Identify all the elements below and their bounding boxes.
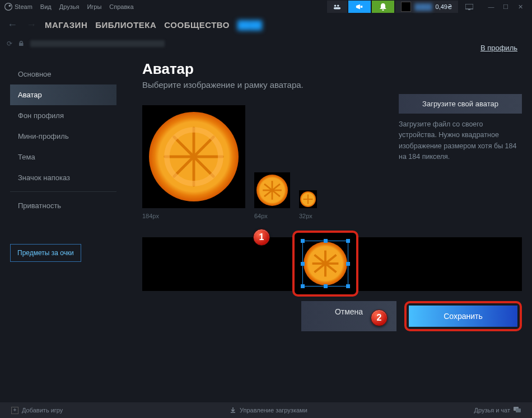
svg-point-2 (334, 5, 337, 7)
orange-segments-icon (149, 112, 239, 201)
sidebar-item-theme[interactable]: Тема (10, 147, 116, 167)
annotation-badge-1: 1 (253, 229, 270, 246)
avatar-image-184 (149, 112, 239, 201)
download-icon (230, 407, 236, 414)
avatar-image-32 (300, 191, 316, 207)
notifications-button[interactable] (372, 1, 394, 13)
svg-rect-37 (516, 408, 521, 412)
preview-32 (299, 190, 317, 208)
add-game-button[interactable]: + Добавить игру (7, 407, 67, 414)
svg-line-35 (315, 255, 326, 264)
downloads-label: Управление загрузками (240, 407, 307, 414)
svg-line-8 (194, 137, 213, 157)
broadcast-button[interactable] (327, 1, 347, 13)
preview-32-label: 32px (299, 213, 317, 219)
preview-184-label: 184px (142, 213, 245, 219)
svg-line-17 (272, 184, 280, 190)
nav-back[interactable]: ← (7, 19, 18, 31)
svg-line-12 (174, 157, 194, 176)
preview-184 (142, 105, 245, 208)
nav-community[interactable]: СООБЩЕСТВО (164, 20, 230, 30)
sidebar-item-background[interactable]: Фон профиля (10, 105, 116, 126)
address-bar: ⟳ 🔒︎ (0, 36, 532, 51)
svg-line-19 (272, 190, 280, 196)
svg-rect-6 (468, 9, 470, 10)
menu-view[interactable]: Вид (40, 3, 52, 10)
window-maximize[interactable]: ☐ (498, 1, 513, 13)
app-name: Steam (15, 3, 32, 10)
preview-64 (254, 172, 290, 208)
resize-handle-tr[interactable] (346, 239, 350, 243)
sidebar-item-avatar[interactable]: Аватар (10, 84, 116, 105)
svg-line-14 (174, 137, 194, 157)
crop-selection[interactable] (302, 241, 348, 287)
friends-chat-label: Друзья и чат (474, 407, 510, 414)
action-buttons: Отмена Сохранить (142, 301, 522, 331)
svg-line-10 (194, 157, 213, 176)
upload-description: Загрузите файл со своего устройства. Нуж… (399, 119, 522, 163)
menu-help[interactable]: Справка (109, 3, 133, 10)
svg-line-31 (325, 264, 337, 273)
nav-username[interactable]: ████ (237, 20, 263, 30)
friends-chat-button[interactable]: Друзья и чат (469, 407, 525, 414)
resize-handle-bl[interactable] (301, 284, 305, 288)
lock-icon: 🔒︎ (18, 40, 25, 48)
page-title: Аватар (142, 60, 522, 78)
vr-button[interactable] (459, 1, 479, 13)
svg-rect-4 (334, 7, 340, 10)
nav-library[interactable]: БИБЛИОТЕКА (95, 20, 156, 30)
settings-sidebar: Основное Аватар Фон профиля Мини-профиль… (10, 60, 116, 402)
chat-icon (514, 407, 521, 414)
avatar-image-64 (256, 175, 288, 206)
resize-handle-br[interactable] (346, 284, 350, 288)
resize-handle-ml[interactable] (301, 262, 305, 266)
preview-64-label: 64px (254, 213, 290, 219)
add-game-label: Добавить игру (22, 407, 63, 414)
svg-line-23 (264, 184, 272, 190)
window-minimize[interactable]: — (484, 1, 498, 13)
downloads-button[interactable]: Управление загрузками (225, 407, 312, 414)
crop-strip (142, 237, 522, 291)
resize-handle-mr[interactable] (346, 262, 350, 266)
plus-icon: + (11, 407, 18, 414)
user-dropdown[interactable]: ████ 0,49₴ (395, 1, 458, 13)
sidebar-item-miniprofile[interactable]: Мини-профиль (10, 126, 116, 147)
refresh-icon[interactable]: ⟳ (7, 40, 12, 48)
svg-line-29 (325, 255, 337, 264)
group-icon (333, 3, 341, 10)
save-button[interactable]: Сохранить (409, 306, 517, 327)
menu-friends[interactable]: Друзья (59, 3, 80, 10)
svg-point-3 (337, 5, 339, 7)
resize-handle-bm[interactable] (324, 284, 328, 288)
annotation-badge-2: 2 (371, 309, 388, 326)
avatar-tiny (401, 2, 411, 12)
monitor-icon (465, 4, 473, 10)
window-close[interactable]: ✕ (513, 1, 528, 13)
title-bar: Steam Вид Друзья Игры Справка ████ 0,49₴… (0, 0, 532, 13)
menu-games[interactable]: Игры (87, 3, 101, 10)
profile-link[interactable]: В профиль (480, 44, 517, 52)
resize-handle-tl[interactable] (301, 239, 305, 243)
svg-line-33 (315, 264, 326, 273)
svg-line-21 (264, 190, 272, 196)
steam-icon (4, 3, 12, 11)
upload-avatar-button[interactable]: Загрузите свой аватар (399, 94, 522, 114)
svg-rect-5 (465, 4, 473, 9)
steam-logo: Steam (4, 3, 32, 11)
status-bar: + Добавить игру Управление загрузками Др… (0, 402, 532, 418)
sidebar-item-privacy[interactable]: Приватность (10, 195, 116, 216)
bell-icon (380, 3, 386, 11)
upload-panel: Загрузите свой аватар Загрузите файл со … (399, 94, 522, 163)
sidebar-item-general[interactable]: Основное (10, 64, 116, 84)
url-blurred (30, 40, 165, 47)
announce-button[interactable] (348, 1, 371, 13)
points-shop-button[interactable]: Предметы за очки (10, 244, 81, 262)
avatar-image-crop (304, 242, 347, 285)
nav-forward[interactable]: → (26, 19, 37, 31)
nav-bar: ← → МАГАЗИН БИБЛИОТЕКА СООБЩЕСТВО ████ (0, 13, 532, 36)
content-area: Аватар Выберите изображение и рамку ават… (116, 60, 522, 402)
sidebar-item-showcase[interactable]: Значок напоказ (10, 167, 116, 188)
nav-store[interactable]: МАГАЗИН (45, 20, 87, 30)
crop-highlight-box (292, 231, 358, 297)
resize-handle-tm[interactable] (324, 239, 328, 243)
